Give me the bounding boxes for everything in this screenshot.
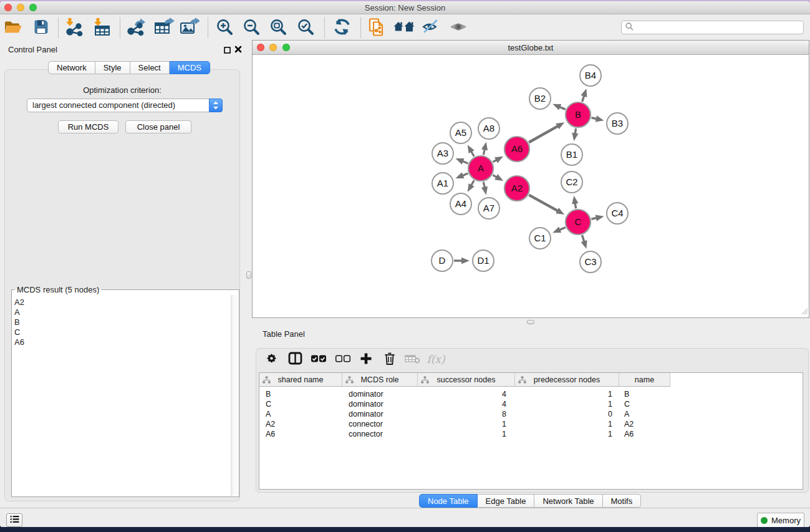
mcds-result-item[interactable]: A6 [14,337,229,347]
mcds-result-list[interactable]: A2ABCA6 [14,297,229,347]
close-panel-icon[interactable] [234,46,242,53]
table-cell[interactable]: 1 [515,429,619,439]
delete-table-button[interactable] [403,348,421,370]
table-cell[interactable]: C [619,399,670,409]
table-cell[interactable]: C [259,399,342,409]
close-panel-button[interactable]: Close panel [125,120,191,133]
tab-node-table[interactable]: Node Table [419,494,478,508]
open-session-button[interactable] [2,15,23,41]
table-cell[interactable]: A6 [259,429,342,439]
table-row[interactable]: Cdominator41C [259,399,803,409]
table-cell[interactable]: 4 [418,399,515,409]
zoom-in-button[interactable] [215,15,235,41]
task-history-button[interactable] [6,513,22,527]
column-header-predecessor-nodes[interactable]: predecessor nodes [515,373,619,387]
column-header-shared-name[interactable]: shared name [259,373,342,387]
table-cell[interactable]: dominator [342,409,418,419]
column-header-successor-nodes[interactable]: successor nodes [418,373,515,387]
split-columns-icon [288,352,302,367]
run-mcds-button[interactable]: Run MCDS [58,120,118,133]
splitter-grip[interactable] [246,271,251,279]
resize-grip-icon[interactable] [801,307,808,317]
delete-column-button[interactable] [382,348,397,370]
table-cell[interactable]: 4 [418,389,515,399]
result-scrollbar[interactable] [231,295,238,496]
table-cell[interactable]: dominator [342,399,418,409]
network-canvas[interactable]: B4B2BB3A5A8A6A3B1AC2A1A2A4A7C4CC1C3DD1 [253,55,809,317]
deselect-all-button[interactable] [334,348,352,370]
table-cell[interactable]: 1 [515,389,619,399]
export-network-button[interactable] [125,15,147,41]
select-all-button[interactable] [310,348,327,370]
mcds-result-item[interactable]: A [14,307,229,317]
import-network-icon [63,17,83,38]
mcds-result-item[interactable]: B [14,317,229,327]
search-input[interactable] [636,23,803,32]
clone-network-icon [368,17,387,38]
node-table[interactable]: shared nameMCDS rolesuccessor nodesprede… [259,372,803,490]
table-row[interactable]: Bdominator41B [259,389,803,399]
zoom-out-button[interactable] [241,15,262,41]
table-row[interactable]: Adominator80A [259,409,803,419]
import-table-button[interactable] [90,15,112,41]
table-cell[interactable]: 1 [515,399,619,409]
export-image-button[interactable] [179,15,200,41]
table-cell[interactable]: 1 [515,419,619,429]
zoom-fit-button[interactable] [268,15,289,41]
hide-details-button[interactable] [420,15,441,41]
mcds-result-item[interactable]: C [14,327,229,337]
table-cell[interactable]: A [619,409,670,419]
table-row[interactable]: A6connector11A6 [259,429,803,439]
table-cell[interactable]: 1 [418,419,515,429]
splitter-grip[interactable] [527,320,534,324]
table-cell[interactable]: connector [342,419,418,429]
column-header-name[interactable]: name [619,373,670,387]
horizontal-splitter[interactable] [252,319,810,326]
table-cell[interactable]: connector [342,429,418,439]
graph-edge-A2-C[interactable] [529,195,558,211]
table-cell[interactable]: 1 [418,429,515,439]
tab-motifs[interactable]: Motifs [603,494,642,508]
tab-mcds[interactable]: MCDS [170,61,210,74]
table-cell[interactable]: A [259,409,342,419]
search-box[interactable] [621,21,804,34]
tab-network[interactable]: Network [48,61,95,74]
add-column-button[interactable] [359,348,374,370]
zoom-selected-button[interactable] [296,15,316,41]
table-row[interactable]: A2connector11A2 [259,419,803,429]
function-builder-button[interactable]: f(x) [425,348,447,370]
home-button[interactable] [393,15,415,41]
table-cell[interactable]: 8 [418,409,515,419]
save-session-button[interactable] [31,15,51,41]
tab-style[interactable]: Style [95,61,130,74]
float-panel-icon[interactable] [224,46,231,53]
table-gear-button[interactable] [264,348,279,370]
graph-node-label: D [439,255,446,266]
split-columns-button[interactable] [287,348,303,370]
network-window-title: testGlobe.txt [253,43,809,52]
import-network-button[interactable] [62,15,84,41]
table-cell[interactable]: B [259,389,342,399]
tab-network-table[interactable]: Network Table [534,494,602,508]
graph-node-label: B4 [585,70,596,80]
column-header-mcds-role[interactable]: MCDS role [342,373,418,387]
export-table-button[interactable] [153,15,176,41]
show-details-button[interactable] [448,15,470,41]
table-cell[interactable]: dominator [342,389,418,399]
memory-button[interactable]: Memory [757,513,804,527]
mcds-result-item[interactable]: A2 [14,297,229,307]
table-cell[interactable]: B [619,389,670,399]
search-icon [625,22,634,32]
graph-edge-arrowhead [468,183,475,192]
tab-edge-table[interactable]: Edge Table [478,494,535,508]
clone-network-button[interactable] [367,15,388,41]
optimization-criterion-select[interactable]: largest connected component (directed) [27,99,223,112]
graph-edge-A6-B[interactable] [529,126,558,143]
refresh-button[interactable] [332,15,352,41]
table-cell[interactable]: A2 [619,419,670,429]
column-type-icon [518,376,526,385]
table-cell[interactable]: 0 [515,409,619,419]
table-cell[interactable]: A2 [259,419,342,429]
table-cell[interactable]: A6 [619,429,670,439]
tab-select[interactable]: Select [130,61,170,74]
